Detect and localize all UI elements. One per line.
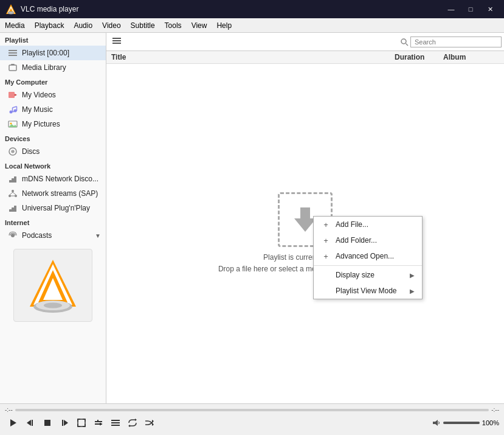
extended-button[interactable]	[90, 414, 107, 431]
next-button[interactable]	[56, 414, 73, 431]
close-button[interactable]: ✕	[481, 3, 499, 15]
svg-rect-34	[14, 206, 16, 212]
svg-point-4	[9, 12, 13, 14]
playlist-view-mode-icon	[321, 286, 331, 296]
time-remaining: -:--	[491, 406, 499, 413]
maximize-button[interactable]: □	[461, 3, 480, 15]
svg-rect-51	[32, 420, 33, 426]
svg-rect-7	[9, 55, 17, 56]
sidebar-item-videos[interactable]: My Videos	[0, 88, 106, 102]
main-area: Playlist Playlist [00:00] Media Library …	[0, 33, 504, 403]
svg-point-46	[401, 39, 406, 44]
menu-video[interactable]: Video	[97, 18, 125, 32]
svg-rect-24	[12, 178, 14, 183]
fullscreen-button[interactable]	[73, 414, 90, 431]
volume-percent: 100%	[482, 419, 499, 426]
volume-slider[interactable]	[443, 422, 480, 424]
shuffle-button[interactable]	[141, 414, 158, 431]
sidebar-item-podcasts[interactable]: Podcasts ▼	[0, 228, 106, 243]
volume-fill	[443, 422, 480, 424]
menu-subtitle[interactable]: Subtitle	[126, 18, 160, 32]
svg-rect-57	[95, 423, 102, 425]
col-header-title: Title	[106, 53, 395, 61]
play-button[interactable]	[5, 414, 22, 431]
ctx-display-size[interactable]: Display size ▶	[314, 267, 422, 283]
upnp-icon	[7, 203, 18, 214]
svg-marker-63	[135, 419, 137, 421]
sidebar-item-media-library[interactable]: Media Library	[0, 60, 106, 75]
playlist-btn[interactable]	[107, 414, 124, 431]
sidebar-item-pictures[interactable]: My Pictures	[0, 117, 106, 131]
menu-media[interactable]: Media	[0, 18, 30, 32]
sidebar-item-mdns[interactable]: mDNS Network Disco...	[0, 172, 106, 186]
ctx-add-folder[interactable]: + Add Folder...	[314, 232, 422, 248]
sidebar-item-upnp[interactable]: Universal Plug'n'Play	[0, 201, 106, 215]
sidebar-section-devices: Devices	[0, 131, 106, 144]
sidebar-item-network-streams[interactable]: Network streams (SAP)	[0, 186, 106, 201]
sidebar-item-upnp-label: Universal Plug'n'Play	[22, 204, 90, 212]
svg-rect-8	[9, 65, 16, 71]
svg-rect-62	[111, 425, 120, 426]
svg-rect-45	[112, 43, 121, 44]
sidebar-item-playlist[interactable]: Playlist [00:00]	[0, 46, 106, 60]
minimize-button[interactable]: —	[442, 3, 460, 15]
svg-rect-5	[9, 50, 17, 51]
svg-rect-25	[14, 176, 16, 183]
svg-marker-64	[128, 425, 130, 427]
sidebar-item-pictures-label: My Pictures	[22, 120, 60, 128]
seek-bar: -:-- -:--	[0, 404, 504, 413]
volume-icon	[432, 419, 441, 427]
svg-point-42	[44, 303, 62, 308]
menu-playback[interactable]: Playback	[30, 18, 69, 32]
ctx-playlist-view-mode[interactable]: Playlist View Mode ▶	[314, 283, 422, 299]
videos-icon	[7, 89, 18, 100]
svg-rect-10	[9, 92, 15, 98]
svg-line-29	[10, 192, 13, 195]
sidebar-item-discs[interactable]: Discs	[0, 144, 106, 159]
sidebar-logo	[13, 249, 92, 322]
sidebar-item-videos-label: My Videos	[22, 91, 56, 99]
ctx-add-file[interactable]: + Add File...	[314, 217, 422, 232]
podcasts-expand[interactable]: ▼	[95, 232, 101, 239]
sidebar-logo-area	[0, 243, 106, 328]
sidebar-item-music[interactable]: My Music	[0, 102, 106, 117]
stop-button[interactable]	[39, 414, 56, 431]
svg-rect-55	[78, 419, 85, 426]
svg-rect-44	[112, 40, 121, 41]
col-header-duration: Duration	[395, 53, 443, 61]
sidebar-item-podcasts-label: Podcasts	[22, 231, 52, 240]
svg-line-30	[13, 192, 16, 195]
playlist-view-button[interactable]	[109, 36, 125, 48]
svg-rect-9	[11, 64, 15, 65]
svg-marker-11	[15, 94, 17, 96]
seek-track[interactable]	[15, 409, 489, 411]
window-controls: — □ ✕	[442, 3, 499, 15]
playlist-toolbar	[106, 33, 504, 51]
volume-area: 100%	[432, 419, 499, 427]
svg-point-26	[12, 190, 14, 192]
prev-button[interactable]	[22, 414, 39, 431]
playlist-column-headers: Title Duration Album	[106, 51, 504, 64]
menu-help[interactable]: Help	[212, 18, 236, 32]
menu-audio[interactable]: Audio	[69, 18, 97, 32]
menu-tools[interactable]: Tools	[160, 18, 187, 32]
ctx-advanced-open[interactable]: + Advanced Open...	[314, 248, 422, 264]
menu-bar: Media Playback Audio Video Subtitle Tool…	[0, 18, 504, 33]
sidebar-item-discs-label: Discs	[22, 147, 40, 156]
display-size-icon	[321, 270, 331, 280]
svg-marker-53	[64, 420, 68, 426]
sidebar-item-playlist-label: Playlist [00:00]	[22, 49, 69, 57]
search-input[interactable]	[410, 37, 502, 47]
svg-marker-50	[27, 420, 31, 426]
sidebar-item-music-label: My Music	[22, 105, 53, 114]
sidebar-section-network: Local Network	[0, 159, 106, 172]
pictures-icon	[7, 119, 18, 130]
svg-rect-6	[9, 52, 17, 54]
playlist-content: Playlist is currently empty. Drop a file…	[106, 64, 504, 403]
menu-view[interactable]: View	[187, 18, 212, 32]
svg-rect-33	[12, 207, 14, 212]
loop-button[interactable]	[124, 414, 141, 431]
sidebar: Playlist Playlist [00:00] Media Library …	[0, 33, 106, 403]
svg-rect-54	[62, 420, 63, 426]
bottom-bar: -:-- -:--	[0, 403, 504, 435]
